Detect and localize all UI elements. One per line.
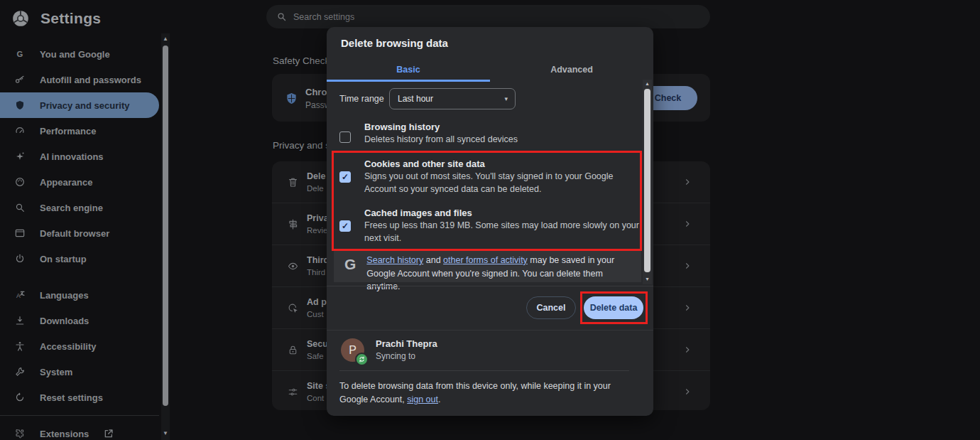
account-name: Prachi Thepra <box>376 338 437 349</box>
account-sync-status: Syncing to <box>376 351 415 361</box>
cancel-button[interactable]: Cancel <box>526 296 576 319</box>
page-title: Settings <box>40 10 101 27</box>
sidebar-item-extensions[interactable]: Extensions <box>0 421 159 440</box>
sidebar-item-label: You and Google <box>40 49 110 60</box>
safety-check-heading: Safety Check <box>273 55 330 66</box>
page-scrollbar-thumb[interactable] <box>163 45 168 406</box>
sidebar-item-you-and-google[interactable]: GYou and Google <box>0 41 159 67</box>
google-g-icon: G <box>14 48 26 60</box>
safety-shield-icon <box>285 92 298 105</box>
cookies-and-other-site-data-checkbox[interactable]: ✓ <box>339 171 351 183</box>
translate-icon: A <box>14 289 26 301</box>
sidebar-item-system[interactable]: System <box>0 359 159 385</box>
checkbox-row-browsing-history: ✓Browsing historyDeletes history from al… <box>339 121 644 146</box>
sync-badge-icon <box>355 353 369 366</box>
dialog-scroll-down-icon[interactable]: ▼ <box>643 277 652 281</box>
lock-icon <box>287 344 299 356</box>
dialog-title: Delete browsing data <box>341 37 448 49</box>
dialog-tabs: Basic Advanced <box>327 60 653 82</box>
dialog-scroll-up-icon[interactable]: ▲ <box>643 81 652 86</box>
svg-text:G: G <box>17 50 23 58</box>
time-range-value: Last hour <box>398 94 433 104</box>
accessibility-icon <box>14 340 26 352</box>
eye-icon <box>287 260 299 272</box>
time-range-select[interactable]: Last hour ▾ <box>389 88 516 109</box>
scroll-down-arrow-icon[interactable]: ▼ <box>161 430 170 437</box>
power-icon <box>14 253 26 264</box>
download-icon <box>14 315 26 326</box>
sidebar-item-label: Accessibility <box>40 341 97 352</box>
chevron-right-icon[interactable] <box>683 387 692 396</box>
sidebar-item-label: Reset settings <box>40 392 103 403</box>
browser-icon <box>14 227 26 239</box>
browsing-history-checkbox[interactable]: ✓ <box>339 132 351 143</box>
chevron-right-icon[interactable] <box>683 262 692 270</box>
google-g-icon: G <box>344 256 356 282</box>
sidebar-item-default-browser[interactable]: Default browser <box>0 220 159 246</box>
settings-sidebar: GYou and GoogleAutofill and passwordsPri… <box>0 41 159 440</box>
dialog-footer-text: To delete browsing data from this device… <box>339 380 632 407</box>
sidebar-item-ai-innovations[interactable]: AI innovations <box>0 144 159 169</box>
footer-divider <box>339 370 629 371</box>
sidebar-item-label: AI innovations <box>40 151 104 162</box>
buttons-divider <box>327 286 653 286</box>
caret-down-icon: ▾ <box>504 95 508 102</box>
sparkle-icon <box>14 151 26 162</box>
sidebar-divider <box>0 415 159 416</box>
external-link-icon <box>103 428 114 439</box>
checkbox-text: Browsing historyDeletes history from all… <box>364 121 644 146</box>
sidebar-item-label: Downloads <box>40 316 89 326</box>
checkbox-text: Cached images and filesFrees up less tha… <box>364 207 644 245</box>
chevron-right-icon[interactable] <box>683 345 692 354</box>
search-icon <box>14 202 26 213</box>
search-history-link[interactable]: Search history <box>366 255 423 265</box>
google-account-notice: G Search history and other forms of acti… <box>334 250 641 282</box>
sidebar-item-label: Appearance <box>40 177 92 188</box>
google-notice-text: Search history and other forms of activi… <box>366 254 631 282</box>
palette-icon <box>14 176 26 188</box>
speedometer-icon <box>14 125 26 136</box>
dialog-scrollbar[interactable]: ▲ ▼ <box>643 80 652 284</box>
tune-icon <box>287 386 299 398</box>
sidebar-item-label: Privacy and security <box>40 100 129 111</box>
dialog-scrollbar-thumb[interactable] <box>644 89 650 272</box>
sidebar-item-privacy-and-security[interactable]: Privacy and security <box>0 92 159 118</box>
sidebar-item-search-engine[interactable]: Search engine <box>0 195 159 220</box>
tab-basic[interactable]: Basic <box>327 60 490 82</box>
account-divider <box>327 330 653 331</box>
sidebar-item-label: Search engine <box>40 203 103 213</box>
checkbox-text: Cookies and other site dataSigns you out… <box>364 158 644 195</box>
footer-text-after: . <box>438 395 440 404</box>
sidebar-item-reset-settings[interactable]: Reset settings <box>0 385 159 410</box>
sidebar-item-accessibility[interactable]: Accessibility <box>0 333 159 359</box>
notice-middle-text: and <box>423 255 443 265</box>
tab-advanced[interactable]: Advanced <box>490 60 653 82</box>
sidebar-item-performance[interactable]: Performance <box>0 118 159 144</box>
chevron-right-icon[interactable] <box>683 178 692 186</box>
svg-text:A: A <box>16 292 21 299</box>
sign-out-link[interactable]: sign out <box>407 395 438 404</box>
sidebar-item-label: On startup <box>40 254 87 264</box>
cached-images-and-files-checkbox[interactable]: ✓ <box>339 220 351 232</box>
chevron-right-icon[interactable] <box>683 220 692 228</box>
sidebar-item-appearance[interactable]: Appearance <box>0 169 159 195</box>
sidebar-item-downloads[interactable]: Downloads <box>0 308 159 333</box>
delete-data-button[interactable]: Delete data <box>584 296 643 319</box>
footer-text-before: To delete browsing data from this device… <box>339 381 611 404</box>
sidebar-item-autofill-and-passwords[interactable]: Autofill and passwords <box>0 67 159 92</box>
wrench-icon <box>14 366 26 377</box>
sidebar-item-label: System <box>40 367 72 377</box>
shield-icon <box>14 100 26 111</box>
chevron-right-icon[interactable] <box>683 304 692 312</box>
checkbox-row-cookies-and-other-site-data: ✓Cookies and other site dataSigns you ou… <box>339 158 644 195</box>
sidebar-item-on-startup[interactable]: On startup <box>0 246 159 272</box>
other-forms-of-activity-link[interactable]: other forms of activity <box>443 255 528 265</box>
sidebar-item-label: Default browser <box>40 228 109 239</box>
sidebar-item-languages[interactable]: ALanguages <box>0 282 159 308</box>
ad-click-icon <box>287 302 299 314</box>
search-input[interactable]: Search settings <box>266 5 710 28</box>
chrome-logo-icon <box>11 9 30 28</box>
sidebar-item-label: Extensions <box>40 429 89 439</box>
puzzle-icon <box>14 428 26 439</box>
scroll-up-arrow-icon[interactable]: ▲ <box>161 36 170 43</box>
